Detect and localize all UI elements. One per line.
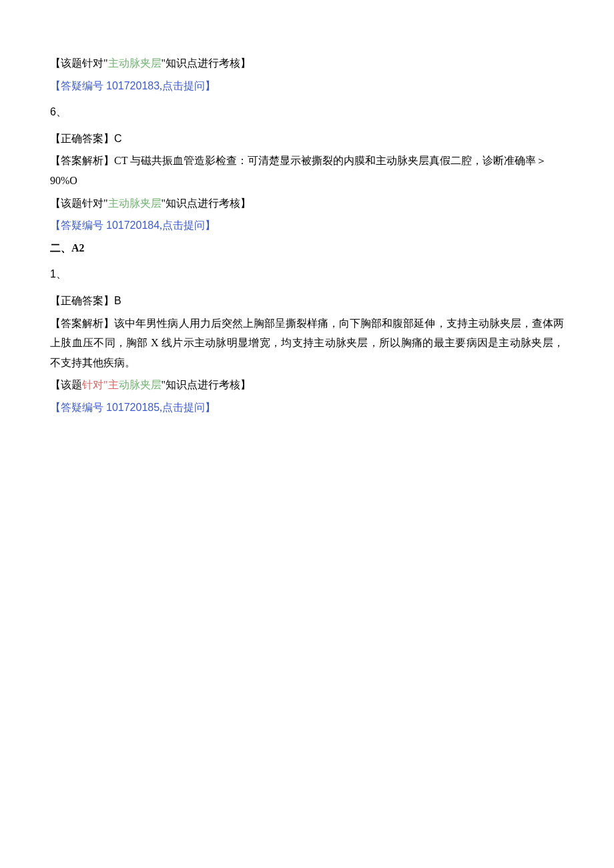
- ask-id: 101720185: [106, 402, 160, 413]
- question-note: 【该题针对"主动脉夹层"知识点进行考核】: [50, 53, 564, 73]
- note-suffix: "知识点进行考核】: [162, 197, 252, 209]
- ask-link-row: 【答疑编号 101720185,点击提问】: [50, 398, 564, 418]
- topic-link[interactable]: 动脉夹层: [119, 379, 162, 390]
- ask-link-row: 【答疑编号 101720183,点击提问】: [50, 76, 564, 96]
- analysis-text: CT 与磁共振血管造影检查：可清楚显示被撕裂的内膜和主动脉夹层真假二腔，诊断准确…: [50, 155, 547, 186]
- question-note: 【该题针对"主动脉夹层"知识点进行考核】: [50, 375, 564, 395]
- note-suffix: "知识点进行考核】: [162, 379, 252, 390]
- note-prefix-b: 针对"主: [82, 379, 119, 390]
- ask-suffix: ,点击提问】: [160, 80, 216, 91]
- answer-value: C: [114, 133, 122, 144]
- ask-suffix: ,点击提问】: [160, 220, 216, 231]
- correct-answer-row: 【正确答案】B: [50, 291, 564, 311]
- analysis-text: 该中年男性病人用力后突然上胸部呈撕裂样痛，向下胸部和腹部延伸，支持主动脉夹层，查…: [50, 318, 564, 368]
- note-prefix: 【该题针对": [50, 57, 108, 69]
- section-label: A2: [71, 242, 85, 254]
- ask-link-row: 【答疑编号 101720184,点击提问】: [50, 215, 564, 236]
- topic-link[interactable]: 主动脉夹层: [108, 57, 162, 69]
- note-prefix: 【该题针对": [50, 197, 108, 209]
- ask-prefix: 【答疑编号: [50, 80, 106, 91]
- answer-value: B: [114, 295, 121, 306]
- ask-prefix: 【答疑编号: [50, 402, 106, 413]
- ask-id: 101720183: [106, 80, 160, 91]
- question-number: 1、: [50, 264, 564, 284]
- question-number: 6、: [50, 102, 564, 122]
- answer-label: 【正确答案】: [50, 295, 114, 306]
- ask-link[interactable]: 【答疑编号 101720183,点击提问】: [50, 80, 216, 91]
- note-suffix: "知识点进行考核】: [162, 57, 252, 69]
- analysis-label: 【答案解析】: [50, 318, 114, 329]
- answer-label: 【正确答案】: [50, 133, 114, 144]
- ask-link[interactable]: 【答疑编号 101720184,点击提问】: [50, 220, 216, 231]
- ask-link[interactable]: 【答疑编号 101720185,点击提问】: [50, 402, 216, 413]
- topic-link[interactable]: 主动脉夹层: [108, 197, 162, 209]
- note-prefix-a: 【该题: [50, 379, 82, 390]
- question-note: 【该题针对"主动脉夹层"知识点进行考核】: [50, 193, 564, 213]
- section-header: 二、A2: [50, 238, 564, 258]
- analysis-row: 【答案解析】CT 与磁共振血管造影检查：可清楚显示被撕裂的内膜和主动脉夹层真假二…: [50, 151, 564, 190]
- analysis-row: 【答案解析】该中年男性病人用力后突然上胸部呈撕裂样痛，向下胸部和腹部延伸，支持主…: [50, 314, 564, 373]
- ask-suffix: ,点击提问】: [160, 402, 216, 413]
- ask-prefix: 【答疑编号: [50, 220, 106, 231]
- ask-id: 101720184: [106, 220, 160, 231]
- section-prefix: 二、: [50, 242, 71, 254]
- analysis-label: 【答案解析】: [50, 155, 114, 166]
- correct-answer-row: 【正确答案】C: [50, 129, 564, 149]
